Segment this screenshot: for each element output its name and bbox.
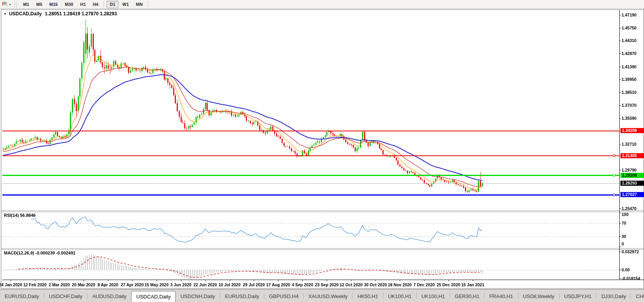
price-level-badge[interactable]: 1.27027 xyxy=(620,192,644,197)
chart-tab-usdjpy-h1[interactable]: USDJPY,H1 xyxy=(560,292,596,301)
chart-type-button[interactable]: ▼ xyxy=(1,0,13,8)
chevron-down-icon: ▼ xyxy=(9,3,11,6)
chart-tab-usdcnh-daily[interactable]: USDCNH,Daily xyxy=(176,292,220,301)
price-tick-label: 1.25470 xyxy=(622,206,637,211)
price-tick-label: 1.45750 xyxy=(622,26,637,30)
chart-tab-xauusd-weekly[interactable]: XAUUSD,Weekly xyxy=(304,292,352,301)
chart-title-ohlc: 1.28051 1.28419 1.27870 1.28293 xyxy=(45,11,117,16)
date-tick-label: 29 Jul 2020 xyxy=(243,282,265,287)
chart-canvas[interactable] xyxy=(0,0,644,302)
chart-title-symbol: USDCAD,Daily xyxy=(9,11,42,16)
price-tick-label: 1.39950 xyxy=(622,77,637,82)
price-tick-label: 1.29790 xyxy=(622,168,637,172)
timeframe-button-m30[interactable]: M30 xyxy=(62,1,76,8)
timeframe-button-d1[interactable]: D1 xyxy=(106,1,118,8)
date-tick-label: 2 Mar 2020 xyxy=(49,282,70,287)
chart-tab-audusd-daily[interactable]: AUDUSD,Daily xyxy=(88,292,131,301)
price-level-badge[interactable]: 1.29208 xyxy=(620,173,644,178)
candlestick-chart-icon xyxy=(2,1,7,8)
macd-tick-label: 0.00 xyxy=(622,267,629,272)
date-tick-label: 4 Sep 2020 xyxy=(292,282,313,287)
chart-tab-bar: EURUSD,DailyUSDCHF,DailyAUDUSD,DailyUSDC… xyxy=(0,289,644,302)
chart-tab-dj30-daily[interactable]: DJ30,Daily xyxy=(596,292,631,301)
price-tick-label: 1.42870 xyxy=(622,51,637,56)
date-tick-label: 12 Feb 2020 xyxy=(23,282,47,287)
date-tick-label: 18 Nov 2020 xyxy=(388,282,412,287)
macd-tick-label: -0.018154 xyxy=(622,276,640,281)
price-tick-label: 1.37070 xyxy=(622,103,637,108)
chart-tab-fra40-h1[interactable]: FRA40,H1 xyxy=(485,292,518,301)
price-level-badge[interactable]: 1.31405 xyxy=(620,153,644,158)
date-tick-label: 15 Jan 2021 xyxy=(461,282,484,287)
date-tick-label: 20 Mar 2020 xyxy=(72,282,95,287)
chart-tab-usdcad-daily[interactable]: USDCAD,Daily xyxy=(131,291,176,302)
rsi-tick-label: 30 xyxy=(622,234,626,239)
price-tick-label: 1.44310 xyxy=(622,38,637,43)
date-tick-label: 25 Dec 2020 xyxy=(437,282,460,287)
date-tick-label: 17 Aug 2020 xyxy=(266,282,290,287)
price-tick-label: 1.47190 xyxy=(622,13,637,17)
rsi-tick-label: 100 xyxy=(622,212,629,217)
chart-tab-usdchf-daily[interactable]: USDCHF,Daily xyxy=(44,292,87,301)
macd-tick-label: 0.032972 xyxy=(622,249,639,254)
chart-tab-eurusd-daily[interactable]: EURUSD,Daily xyxy=(0,292,44,301)
date-tick-label: 7 Dec 2020 xyxy=(413,282,435,287)
date-tick-label: 15 May 2020 xyxy=(145,282,168,287)
toolbar-separator xyxy=(148,1,148,7)
price-level-badge[interactable]: 1.34206 xyxy=(620,128,644,133)
date-tick-label: 24 Jan 2020 xyxy=(0,282,22,287)
date-tick-label: 10 Jul 2020 xyxy=(218,282,240,287)
chart-tab-eurusd-daily[interactable]: EURUSD,Daily xyxy=(220,292,264,301)
price-tick-label: 1.32710 xyxy=(622,142,637,146)
rsi-tick-label: 0 xyxy=(622,242,624,246)
timeframe-button-mn[interactable]: MN xyxy=(133,1,146,8)
collapse-arrow-icon[interactable]: ▼ xyxy=(4,12,7,16)
price-tick-label: 1.38510 xyxy=(622,90,637,95)
chart-tab-uk100-h1[interactable]: UK100,H1 xyxy=(417,292,450,301)
timeframe-button-h1[interactable]: H1 xyxy=(77,1,89,8)
toolbar: ▼ M1M5M15M30H1H4D1W1MN xyxy=(0,0,644,9)
rsi-tick-label: 70 xyxy=(622,221,626,225)
timeframe-button-m15[interactable]: M15 xyxy=(46,1,61,8)
rsi-indicator-label: RSI(14) 56.8846 xyxy=(4,213,36,218)
date-tick-label: 27 Apr 2020 xyxy=(121,282,144,287)
timeframe-button-h4[interactable]: H4 xyxy=(90,1,101,8)
price-tick-label: 1.35590 xyxy=(622,116,637,121)
toolbar-separator xyxy=(104,1,104,7)
timeframe-button-m1[interactable]: M1 xyxy=(20,1,32,8)
timeframe-toolbar: M1M5M15M30H1H4D1W1MN xyxy=(20,1,150,8)
chart-title: ▼ USDCAD,Daily 1.28051 1.28419 1.27870 1… xyxy=(4,11,117,16)
timeframe-button-m5[interactable]: M5 xyxy=(33,1,45,8)
macd-indicator-label: MACD(12,26,9) -0.000239 -0.002491 xyxy=(4,251,75,255)
timeframe-button-w1[interactable]: W1 xyxy=(119,1,132,8)
mt4-application: ▼ M1M5M15M30H1H4D1W1MN ▼ USDCAD,Daily 1.… xyxy=(0,0,644,302)
date-tick-label: 3 Jun 2020 xyxy=(170,282,192,287)
chart-tab-ger30-h1[interactable]: GER30,H1 xyxy=(450,292,484,301)
toolbar-grip[interactable] xyxy=(15,2,17,7)
chart-tab-uk100-h1[interactable]: UK100,H1 xyxy=(383,292,416,301)
date-tick-label: 22 Jun 2020 xyxy=(194,282,217,287)
chart-tab-usoil-weekly[interactable]: USOil,Weekly xyxy=(518,292,559,301)
chart-tab-china300-h1[interactable]: CHINA300,H1 xyxy=(631,292,644,301)
current-price-badge: 1.28293 xyxy=(620,181,644,186)
date-tick-label: 8 Apr 2020 xyxy=(97,282,118,287)
date-tick-label: 23 Sep 2020 xyxy=(315,282,338,287)
date-tick-label: 12 Oct 2020 xyxy=(340,282,362,287)
chart-tab-gbpusd-h4[interactable]: GBPUSD,H4 xyxy=(264,292,303,301)
date-tick-label: 30 Oct 2020 xyxy=(364,282,387,287)
chart-tab-hk50-h1[interactable]: HK50,H1 xyxy=(353,292,383,301)
price-tick-label: 1.41390 xyxy=(622,64,637,69)
